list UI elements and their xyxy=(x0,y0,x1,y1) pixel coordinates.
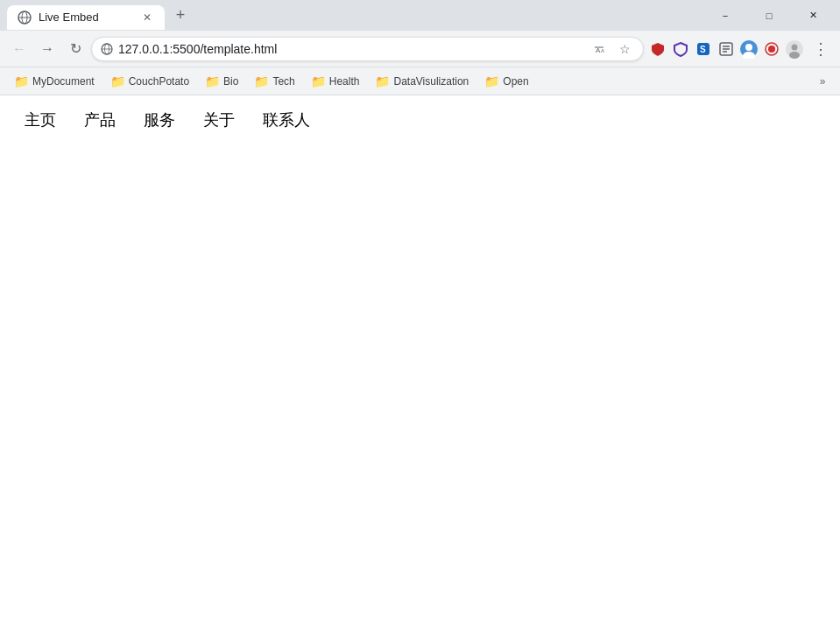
reload-button[interactable]: ↻ xyxy=(63,37,88,61)
folder-icon: 📁 xyxy=(375,74,390,88)
tab-favicon xyxy=(18,11,32,25)
more-bookmarks-button[interactable]: » xyxy=(812,71,833,92)
svg-point-22 xyxy=(789,52,800,59)
svg-point-16 xyxy=(745,44,752,51)
extension-icons: S xyxy=(647,39,805,60)
svg-text:A: A xyxy=(601,48,604,53)
svg-text:S: S xyxy=(700,45,706,54)
svg-point-21 xyxy=(792,44,798,50)
address-icons: A A ☆ xyxy=(592,39,634,59)
page-navigation: 主页 产品 服务 关于 联系人 xyxy=(14,106,826,134)
titlebar: Live Embed ✕ + − □ ✕ xyxy=(0,0,840,31)
folder-icon: 📁 xyxy=(110,74,125,88)
bookmark-mydocument[interactable]: 📁 MyDocument xyxy=(7,71,102,92)
page-content: 主页 产品 服务 关于 联系人 xyxy=(0,95,840,619)
bookmarks-bar: 📁 MyDocument 📁 CouchPotato 📁 Bio 📁 Tech … xyxy=(0,67,840,95)
bookmark-label: MyDocument xyxy=(32,75,95,88)
close-window-button[interactable]: ✕ xyxy=(793,0,833,31)
bookmark-open[interactable]: 📁 Open xyxy=(477,71,535,92)
minimize-button[interactable]: − xyxy=(705,0,745,31)
tab-close-button[interactable]: ✕ xyxy=(140,11,154,25)
folder-icon: 📁 xyxy=(311,74,326,88)
red-shield-extension[interactable] xyxy=(647,39,668,60)
person-icon[interactable] xyxy=(784,39,805,60)
nav-contact[interactable]: 联系人 xyxy=(252,106,321,134)
tab-bar: Live Embed ✕ + xyxy=(7,0,705,31)
toolbar: ← → ↻ 127.0.0.1:5500/template.html A A ☆ xyxy=(0,31,840,67)
bookmark-label: Open xyxy=(503,75,528,88)
folder-icon: 📁 xyxy=(484,74,499,88)
active-tab[interactable]: Live Embed ✕ xyxy=(7,5,165,30)
lock-icon xyxy=(101,43,113,55)
folder-icon: 📁 xyxy=(205,74,220,88)
reload-icon: ↻ xyxy=(70,40,81,57)
profile-avatar[interactable] xyxy=(738,39,759,60)
nav-about[interactable]: 关于 xyxy=(193,106,245,134)
tab-title: Live Embed xyxy=(39,11,133,24)
back-button[interactable]: ← xyxy=(7,37,32,61)
url-display: 127.0.0.1:5500/template.html xyxy=(118,42,587,56)
bookmark-datavisulization[interactable]: 📁 DataVisulization xyxy=(368,71,476,92)
media-record-icon[interactable] xyxy=(761,39,782,60)
bookmark-bio[interactable]: 📁 Bio xyxy=(198,71,245,92)
bookmark-star-icon[interactable]: ☆ xyxy=(615,39,634,59)
nav-home[interactable]: 主页 xyxy=(14,106,67,134)
bookmark-label: CouchPotato xyxy=(129,75,189,88)
gray-box-extension[interactable] xyxy=(716,39,737,60)
bookmark-label: Health xyxy=(329,75,360,88)
bookmark-health[interactable]: 📁 Health xyxy=(304,71,367,92)
window-controls: − □ ✕ xyxy=(705,0,833,31)
forward-icon: → xyxy=(40,41,54,57)
nav-services[interactable]: 服务 xyxy=(133,106,186,134)
forward-button[interactable]: → xyxy=(35,37,60,61)
back-icon: ← xyxy=(12,41,26,57)
new-tab-button[interactable]: + xyxy=(168,4,193,28)
folder-icon: 📁 xyxy=(254,74,269,88)
chrome-menu-button[interactable]: ⋮ xyxy=(808,37,833,61)
bookmark-label: Tech xyxy=(272,75,294,88)
folder-icon: 📁 xyxy=(14,74,29,88)
nav-products[interactable]: 产品 xyxy=(74,106,126,134)
address-bar[interactable]: 127.0.0.1:5500/template.html A A ☆ xyxy=(91,37,644,61)
purple-shield-extension[interactable] xyxy=(670,39,691,60)
bookmark-couchpotato[interactable]: 📁 CouchPotato xyxy=(103,71,196,92)
translate-icon[interactable]: A A xyxy=(592,39,611,59)
maximize-button[interactable]: □ xyxy=(749,0,789,31)
bookmark-label: Bio xyxy=(223,75,238,88)
s-extension[interactable]: S xyxy=(693,39,714,60)
bookmark-tech[interactable]: 📁 Tech xyxy=(247,71,301,92)
bookmark-label: DataVisulization xyxy=(393,75,469,88)
svg-point-19 xyxy=(768,46,775,53)
